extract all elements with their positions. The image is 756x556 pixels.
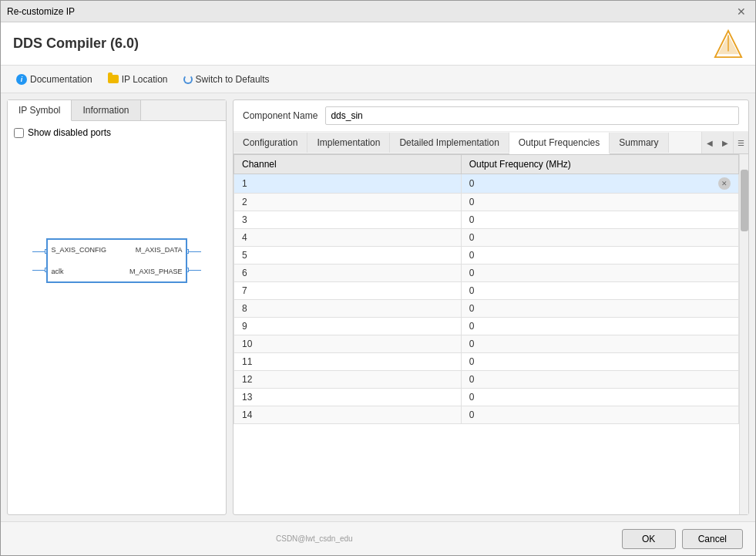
tab-information[interactable]: Information (72, 100, 140, 120)
frequency-cell: 0 (461, 406, 738, 424)
frequency-cell: 0 (461, 318, 738, 335)
frequency-cell: 0 (461, 282, 738, 300)
tabs-prev-button[interactable]: ◀ (702, 132, 717, 153)
frequency-cell: 0 (461, 247, 738, 265)
show-disabled-ports-label[interactable]: Show disabled ports (28, 127, 111, 138)
component-name-row: Component Name (234, 100, 748, 132)
frequency-cell: 0 (461, 353, 738, 371)
frequency-table: Channel Output Frequency (MHz) 10✕203040… (234, 154, 739, 424)
tab-configuration[interactable]: Configuration (234, 133, 307, 153)
right-port-1: M_AXIS_DATA (136, 246, 183, 254)
frequency-cell: 0 (461, 300, 738, 318)
documentation-button[interactable]: i Documentation (10, 72, 99, 87)
component-name-input[interactable] (325, 106, 739, 125)
component-name-label: Component Name (243, 110, 318, 121)
channel-cell: 6 (234, 265, 462, 282)
info-icon: i (16, 74, 27, 85)
table-row[interactable]: 70 (234, 282, 739, 300)
table-row[interactable]: 80 (234, 300, 739, 318)
ip-location-button[interactable]: IP Location (102, 72, 174, 87)
table-row[interactable]: 30 (234, 211, 739, 229)
documentation-label: Documentation (30, 74, 92, 85)
channel-cell: 12 (234, 371, 462, 389)
right-port-2: M_AXIS_PHASE (129, 268, 183, 275)
table-row[interactable]: 110 (234, 353, 739, 371)
table-row[interactable]: 20 (234, 194, 739, 211)
table-row[interactable]: 90 (234, 318, 739, 335)
frequency-cell: 0 (461, 265, 738, 282)
channel-cell: 7 (234, 282, 462, 300)
app-header: DDS Compiler (6.0) (1, 22, 755, 66)
folder-icon (108, 75, 119, 83)
table-row[interactable]: 120 (234, 371, 739, 389)
tab-output-frequencies[interactable]: Output Frequencies (509, 133, 610, 154)
frequency-cell: 0 (461, 211, 738, 229)
frequency-cell[interactable]: 0✕ (461, 174, 738, 194)
left-panel: IP Symbol Information Show disabled port… (7, 99, 227, 515)
channel-cell: 14 (234, 406, 462, 424)
channel-cell: 11 (234, 353, 462, 371)
frequency-cell: 0 (461, 371, 738, 389)
channel-cell: 8 (234, 300, 462, 318)
tab-ip-symbol[interactable]: IP Symbol (8, 100, 72, 121)
tabs-menu-button[interactable]: ☰ (733, 132, 748, 153)
app-title: DDS Compiler (6.0) (13, 35, 139, 52)
switch-to-defaults-button[interactable]: Switch to Defaults (177, 72, 276, 87)
frequency-cell: 0 (461, 229, 738, 247)
toolbar: i Documentation IP Location Switch to De… (1, 66, 755, 93)
tab-summary[interactable]: Summary (610, 133, 668, 153)
channel-cell: 4 (234, 229, 462, 247)
channel-cell: 2 (234, 194, 462, 211)
table-row[interactable]: 50 (234, 247, 739, 265)
table-row[interactable]: 140 (234, 406, 739, 424)
scrollbar-thumb[interactable] (741, 170, 748, 231)
col-header-frequency: Output Frequency (MHz) (461, 155, 738, 174)
left-port-2: aclk (51, 268, 63, 275)
footer: CSDN@lwt_csdn_edu OK Cancel (1, 521, 755, 555)
scrollbar-track[interactable] (739, 154, 748, 514)
main-window: Re-customize IP ✕ DDS Compiler (6.0) i D… (0, 0, 756, 556)
table-row[interactable]: 10✕ (234, 174, 739, 194)
right-panel: Component Name Configuration Implementat… (233, 99, 749, 515)
left-port-1: S_AXIS_CONFIG (51, 246, 106, 254)
left-tab-bar: IP Symbol Information (8, 100, 226, 121)
tab-detailed-implementation[interactable]: Detailed Implementation (390, 133, 509, 153)
cancel-button[interactable]: Cancel (682, 529, 743, 549)
main-content: IP Symbol Information Show disabled port… (1, 93, 755, 521)
left-panel-content: Show disabled ports + - (8, 121, 226, 514)
channel-cell: 5 (234, 247, 462, 265)
ok-button[interactable]: OK (622, 529, 676, 549)
frequency-cell: 0 (461, 194, 738, 211)
frequency-cell: 0 (461, 335, 738, 353)
title-bar: Re-customize IP ✕ (1, 1, 755, 22)
show-disabled-ports-row: Show disabled ports (14, 127, 220, 138)
tabs-nav: ◀ ▶ ☰ (701, 132, 748, 153)
channel-cell: 1 (234, 174, 462, 194)
title-bar-title: Re-customize IP (7, 6, 75, 17)
frequency-cell: 0 (461, 389, 738, 406)
channel-cell: 13 (234, 389, 462, 406)
app-logo (714, 29, 743, 59)
table-row[interactable]: 60 (234, 265, 739, 282)
table-container: Channel Output Frequency (MHz) 10✕203040… (234, 154, 748, 514)
table-row[interactable]: 40 (234, 229, 739, 247)
close-button[interactable]: ✕ (734, 4, 749, 19)
ip-location-label: IP Location (122, 74, 168, 85)
tab-implementation[interactable]: Implementation (307, 133, 390, 153)
title-bar-left: Re-customize IP (7, 6, 75, 17)
channel-cell: 3 (234, 211, 462, 229)
config-tabs-row: Configuration Implementation Detailed Im… (234, 132, 748, 154)
channel-cell: 9 (234, 318, 462, 335)
col-header-channel: Channel (234, 155, 462, 174)
watermark: CSDN@lwt_csdn_edu (274, 533, 354, 544)
table-row[interactable]: 100 (234, 335, 739, 353)
show-disabled-ports-checkbox[interactable] (14, 128, 24, 138)
switch-to-defaults-label: Switch to Defaults (196, 74, 270, 85)
channel-cell: 10 (234, 335, 462, 353)
clear-button[interactable]: ✕ (718, 177, 731, 190)
ip-symbol-box: S_AXIS_CONFIG aclk M_AXIS_DATA M_AXIS_PH… (46, 238, 186, 283)
tabs-next-button[interactable]: ▶ (717, 132, 733, 153)
table-row[interactable]: 130 (234, 389, 739, 406)
table-scroll[interactable]: Channel Output Frequency (MHz) 10✕203040… (234, 154, 748, 514)
refresh-icon (183, 75, 193, 84)
